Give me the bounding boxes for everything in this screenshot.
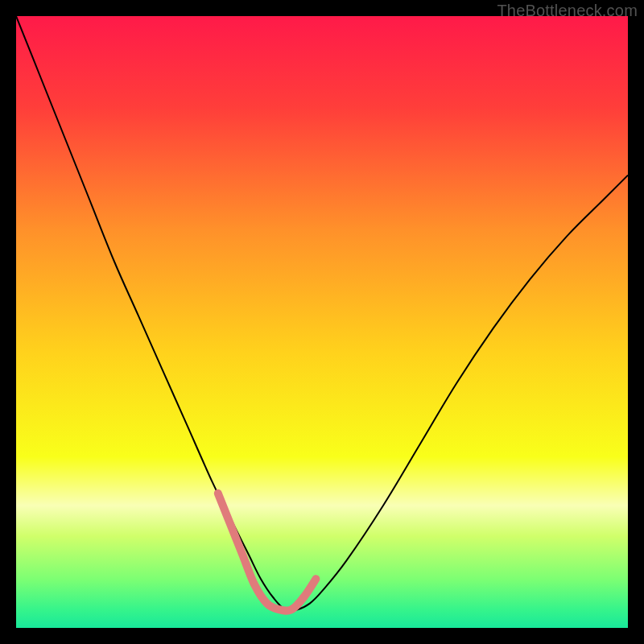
chart-background bbox=[16, 16, 628, 628]
chart-plot-area bbox=[16, 16, 628, 628]
chart-svg bbox=[16, 16, 628, 628]
chart-stage: TheBottleneck.com bbox=[0, 0, 644, 644]
